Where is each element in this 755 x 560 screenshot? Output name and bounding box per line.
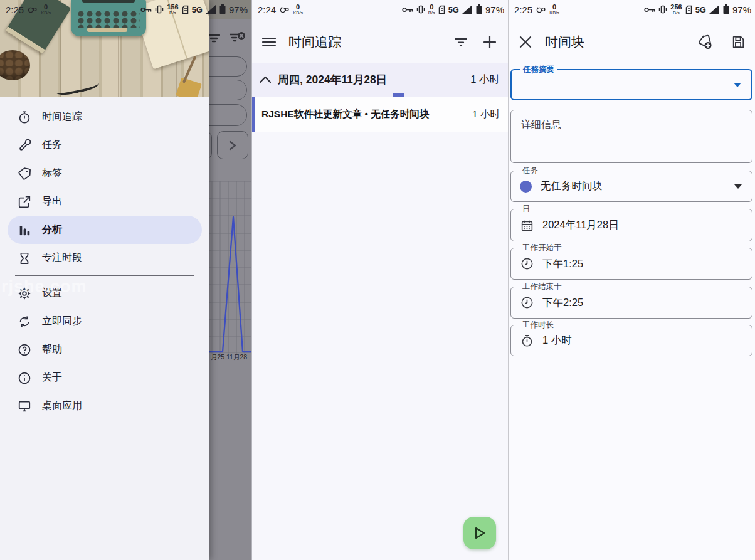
network-type: 5G [192, 5, 203, 14]
duration-field[interactable]: 工作时长 1 小时 [510, 325, 752, 356]
add-tag-icon[interactable] [696, 33, 715, 51]
sidebar-item-label: 导出 [42, 195, 62, 208]
add-time-block-button[interactable] [480, 33, 499, 51]
status-bar-right: 2:25 0KB/s 256B/s 5G 97% [509, 0, 755, 21]
wrench-icon [17, 138, 32, 153]
details-textarea[interactable]: 详细信息 [510, 110, 752, 163]
battery-percent: 97% [485, 4, 504, 15]
entry-duration: 1 小时 [472, 108, 500, 121]
clock-text: 2:25 [6, 4, 24, 15]
pinecone-decor [0, 50, 30, 80]
menu-divider [15, 275, 194, 276]
group-duration: 1 小时 [470, 73, 500, 87]
field-label: 任務摘要 [520, 65, 557, 75]
info-icon [17, 371, 32, 386]
stopwatch-icon [520, 334, 534, 347]
sidebar-item-label: 任务 [42, 139, 62, 152]
status-bar-left: 2:25 0KB/s 156B/s 5G 97% [0, 0, 251, 21]
help-icon [17, 342, 32, 357]
close-icon[interactable] [516, 33, 535, 51]
sidebar-item-label: 分析 [42, 223, 62, 236]
network-type: 5G [448, 5, 459, 14]
status-misc-icon [280, 6, 289, 14]
signal-icon [709, 5, 720, 14]
sidebar-item-tasks[interactable]: 任务 [0, 131, 209, 159]
sidebar-item-label: 帮助 [42, 343, 62, 356]
hamburger-menu-button[interactable] [260, 33, 278, 51]
upload-speed: 0KB/s [293, 4, 303, 16]
start-timer-fab[interactable] [463, 517, 496, 549]
clock-text: 2:25 [514, 4, 532, 15]
vibrate-icon [155, 5, 164, 14]
sidebar-item-label: 专注时段 [42, 251, 82, 265]
sidebar-item-export[interactable]: 导出 [0, 188, 209, 216]
task-select-field[interactable]: 任务 无任务时间块 [510, 171, 752, 202]
vpn-key-icon [644, 6, 655, 13]
tag-icon [17, 166, 32, 181]
field-label: 日 [519, 204, 534, 214]
sidebar-item-tags[interactable]: 标签 [0, 159, 209, 188]
sidebar-item-label: 时间追踪 [42, 110, 82, 124]
network-type: 5G [695, 5, 706, 14]
bar-chart-icon [17, 223, 32, 238]
download-speed: 256B/s [670, 4, 682, 16]
end-time-field[interactable]: 工作结束于 下午2:25 [510, 287, 752, 319]
page-title: 时间块 [545, 33, 584, 51]
vibrate-icon [658, 5, 667, 14]
gear-icon [17, 286, 32, 301]
chevron-down-icon [734, 184, 742, 189]
field-label: 任务 [519, 166, 541, 176]
sidebar-item-label: 立即同步 [42, 315, 82, 328]
filter-remove-icon[interactable] [228, 30, 247, 46]
panel-drawer-screen: 月25 11月28 时间追踪 [0, 0, 251, 560]
entry-accent-bar [252, 97, 255, 132]
sidebar-item-focus-sessions[interactable]: 专注时段 [0, 244, 209, 272]
status-misc-icon [28, 6, 37, 14]
sim-icon [182, 5, 189, 14]
x-tick: 月25 [211, 353, 224, 362]
sidebar-item-help[interactable]: 帮助 [0, 335, 209, 364]
navigation-drawer: 时间追踪 任务 标签 导出 分析 [0, 0, 209, 560]
sidebar-item-label: 标签 [42, 167, 62, 180]
save-icon[interactable] [729, 33, 747, 51]
sidebar-item-time-tracking[interactable]: 时间追踪 [0, 103, 209, 131]
chevron-right-button[interactable] [217, 131, 248, 159]
x-tick: 11月28 [226, 353, 247, 362]
sidebar-item-settings[interactable]: 设置 [0, 279, 209, 307]
panel-time-tracking: 2:24 0KB/s 0B/s 5G 97% 时间追踪 [251, 0, 508, 560]
card-decor [176, 77, 202, 97]
field-label: 工作时长 [519, 320, 557, 330]
dimmed-chip [209, 80, 247, 100]
field-label: 工作结束于 [519, 282, 565, 292]
upload-speed: 0KB/s [41, 4, 51, 16]
sidebar-item-desktop-app[interactable]: 桌面应用 [0, 392, 209, 420]
download-speed: 0B/s [428, 4, 435, 16]
upload-speed: 0KB/s [549, 4, 559, 16]
stopwatch-icon [17, 110, 32, 125]
clock-icon [520, 257, 534, 271]
play-icon [473, 526, 487, 541]
sidebar-item-sync-now[interactable]: 立即同步 [0, 307, 209, 335]
filter-icon[interactable] [209, 31, 222, 45]
sidebar-item-label: 设置 [42, 287, 62, 300]
start-time-field[interactable]: 工作开始于 下午1:25 [510, 248, 752, 280]
hourglass-icon [17, 251, 32, 266]
time-entry-row[interactable]: RJSHE软件社更新文章 • 无任务时间块 1 小时 [252, 97, 509, 132]
sidebar-item-analytics[interactable]: 分析 [8, 216, 202, 244]
sidebar-item-label: 桌面应用 [42, 399, 82, 413]
vpn-key-icon [402, 6, 413, 13]
battery-percent: 97% [732, 4, 751, 15]
export-icon [17, 194, 32, 209]
clock-text: 2:24 [258, 4, 276, 15]
date-field[interactable]: 日 2024年11月28日 [510, 209, 752, 241]
pen-decor [182, 56, 196, 83]
filter-icon[interactable] [451, 33, 470, 51]
desktop-icon [17, 399, 32, 414]
sim-icon [685, 5, 692, 14]
clock-icon [520, 296, 534, 310]
date-group-header[interactable]: 周四, 2024年11月28日 1 小时 [252, 63, 509, 97]
signal-icon [462, 5, 473, 14]
task-summary-field[interactable]: 任務摘要 [510, 69, 752, 100]
status-misc-icon [536, 6, 546, 14]
sidebar-item-about[interactable]: 关于 [0, 364, 209, 392]
